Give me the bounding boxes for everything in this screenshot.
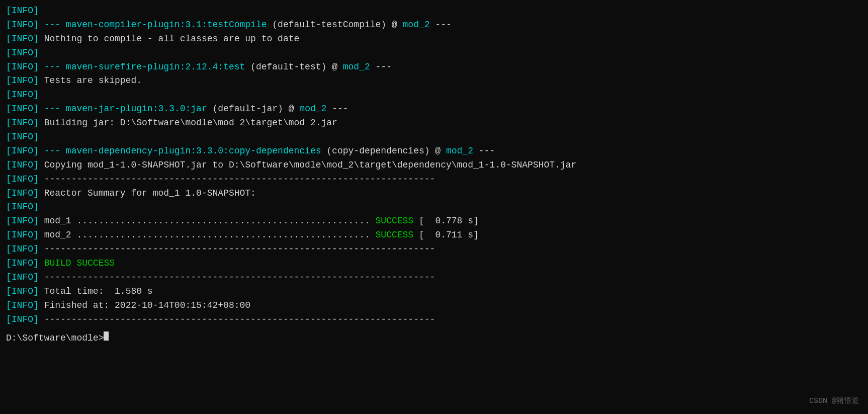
line-text: Total time: 1.580 s	[44, 285, 153, 299]
info-prefix: [INFO]	[6, 144, 44, 158]
line-text: ----------------------------------------…	[44, 242, 436, 257]
line-text: ----------------------------------------…	[44, 173, 436, 187]
terminal-line: [INFO]	[6, 88, 862, 102]
info-prefix: [INFO]	[6, 60, 44, 74]
info-prefix: [INFO]	[6, 285, 44, 299]
info-prefix: [INFO]	[6, 299, 44, 313]
terminal-line: [INFO] Total time: 1.580 s	[6, 285, 862, 299]
terminal-line: [INFO] ---------------------------------…	[6, 242, 862, 257]
line-text	[370, 228, 376, 242]
info-prefix: [INFO]	[6, 18, 44, 32]
line-text: (default-jar) @	[207, 102, 300, 116]
command-prompt[interactable]: D:\Software\modle>	[6, 332, 862, 346]
line-text	[370, 214, 376, 228]
success-status: SUCCESS	[376, 214, 414, 228]
line-text: Nothing to compile - all classes are up …	[44, 32, 300, 46]
module-name: mod_2	[446, 144, 473, 158]
info-prefix: [INFO]	[6, 46, 39, 60]
terminal-window: [INFO] [INFO] --- maven-compiler-plugin:…	[0, 0, 868, 414]
terminal-line: [INFO] Reactor Summary for mod_1 1.0-SNA…	[6, 187, 862, 201]
line-text: [ 0.711 s]	[413, 228, 479, 242]
terminal-line: [INFO] Copying mod_1-1.0-SNAPSHOT.jar to…	[6, 158, 862, 173]
plugin-name: --- maven-compiler-plugin:3.1:testCompil…	[44, 18, 267, 32]
info-prefix: [INFO]	[6, 158, 44, 173]
info-prefix: [INFO]	[6, 173, 44, 187]
info-prefix: [INFO]	[6, 257, 44, 271]
info-prefix: [INFO]	[6, 214, 44, 228]
line-text: ---	[326, 102, 348, 116]
watermark-text: CSDN @猪悟道	[809, 397, 859, 405]
line-text: Finished at: 2022-10-14T00:15:42+08:00	[44, 299, 250, 313]
terminal-line: [INFO]	[6, 4, 862, 18]
info-prefix: [INFO]	[6, 242, 44, 257]
info-prefix: [INFO]	[6, 271, 44, 285]
module-name: mod_2	[299, 102, 326, 116]
line-text: (default-testCompile) @	[267, 18, 403, 32]
info-prefix: [INFO]	[6, 313, 44, 327]
terminal-line: [INFO]	[6, 46, 862, 60]
info-prefix: [INFO]	[6, 200, 39, 214]
line-text: ----------------------------------------…	[44, 271, 436, 285]
info-prefix: [INFO]	[6, 74, 44, 88]
terminal-line: [INFO] Tests are skipped.	[6, 74, 862, 88]
line-text: ---	[430, 18, 452, 32]
plugin-name: --- maven-dependency-plugin:3.3.0:copy-d…	[44, 144, 321, 158]
info-prefix: [INFO]	[6, 4, 39, 18]
terminal-line: [INFO] Finished at: 2022-10-14T00:15:42+…	[6, 299, 862, 313]
terminal-line: [INFO] BUILD SUCCESS	[6, 257, 862, 271]
line-text: mod_2 ..................................…	[44, 228, 370, 242]
terminal-line: [INFO] --- maven-compiler-plugin:3.1:tes…	[6, 18, 862, 32]
cursor	[104, 332, 109, 341]
line-text: ----------------------------------------…	[44, 313, 436, 327]
line-text: [ 0.778 s]	[413, 214, 479, 228]
terminal-line: [INFO] ---------------------------------…	[6, 173, 862, 187]
watermark: CSDN @猪悟道	[809, 395, 859, 407]
terminal-line: [INFO] --- maven-jar-plugin:3.3.0:jar (d…	[6, 102, 862, 116]
line-text: mod_1 ..................................…	[44, 214, 370, 228]
terminal-line: [INFO] --- maven-surefire-plugin:2.12.4:…	[6, 60, 862, 74]
info-prefix: [INFO]	[6, 228, 44, 242]
terminal-line: [INFO]	[6, 130, 862, 144]
line-text: Building jar: D:\Software\modle\mod_2\ta…	[44, 116, 337, 130]
line-text: Copying mod_1-1.0-SNAPSHOT.jar to D:\Sof…	[44, 158, 577, 173]
plugin-name: --- maven-surefire-plugin:2.12.4:test	[44, 60, 245, 74]
line-text: (default-test) @	[245, 60, 342, 74]
terminal-line: [INFO] Nothing to compile - all classes …	[6, 32, 862, 46]
terminal-line: [INFO] ---------------------------------…	[6, 271, 862, 285]
terminal-line: [INFO]	[6, 200, 862, 214]
line-text: Tests are skipped.	[44, 74, 142, 88]
info-prefix: [INFO]	[6, 130, 39, 144]
success-status: SUCCESS	[376, 228, 414, 242]
terminal-line: [INFO] mod_2 ...........................…	[6, 228, 862, 242]
info-prefix: [INFO]	[6, 116, 44, 130]
plugin-name: --- maven-jar-plugin:3.3.0:jar	[44, 102, 207, 116]
prompt-text: D:\Software\modle>	[6, 332, 104, 346]
module-name: mod_2	[343, 60, 370, 74]
info-prefix: [INFO]	[6, 102, 44, 116]
line-text: Reactor Summary for mod_1 1.0-SNAPSHOT:	[44, 187, 256, 201]
module-name: mod_2	[403, 18, 430, 32]
info-prefix: [INFO]	[6, 32, 44, 46]
build-success: BUILD SUCCESS	[44, 257, 115, 271]
terminal-line: [INFO] mod_1 ...........................…	[6, 214, 862, 228]
terminal-line: [INFO] --- maven-dependency-plugin:3.3.0…	[6, 144, 862, 158]
terminal-line: [INFO] Building jar: D:\Software\modle\m…	[6, 116, 862, 130]
line-text: ---	[370, 60, 392, 74]
line-text: ---	[473, 144, 495, 158]
info-prefix: [INFO]	[6, 187, 44, 201]
line-text: (copy-dependencies) @	[321, 144, 446, 158]
info-prefix: [INFO]	[6, 88, 39, 102]
terminal-line: [INFO] ---------------------------------…	[6, 313, 862, 327]
